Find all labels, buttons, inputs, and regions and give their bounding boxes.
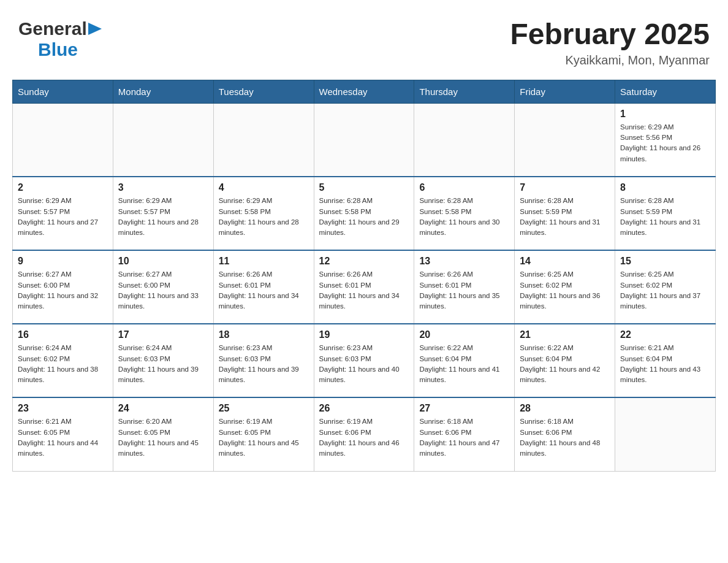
day-info: Sunrise: 6:21 AMSunset: 6:04 PMDaylight:… [620, 343, 710, 385]
day-number: 12 [319, 256, 409, 267]
cell-2-0: 9Sunrise: 6:27 AMSunset: 6:00 PMDaylight… [13, 250, 113, 324]
cell-4-2: 25Sunrise: 6:19 AMSunset: 6:05 PMDayligh… [213, 397, 314, 471]
day-number: 6 [419, 182, 509, 193]
day-number: 25 [219, 403, 309, 414]
week-row-1: 2Sunrise: 6:29 AMSunset: 5:57 PMDaylight… [13, 177, 716, 250]
col-friday: Friday [515, 80, 615, 103]
day-info: Sunrise: 6:29 AMSunset: 5:57 PMDaylight:… [118, 196, 208, 238]
cell-3-4: 20Sunrise: 6:22 AMSunset: 6:04 PMDayligh… [414, 324, 515, 397]
day-info: Sunrise: 6:27 AMSunset: 6:00 PMDaylight:… [18, 269, 108, 312]
day-info: Sunrise: 6:26 AMSunset: 6:01 PMDaylight:… [219, 269, 309, 312]
day-number: 4 [219, 182, 309, 193]
day-info: Sunrise: 6:20 AMSunset: 6:05 PMDaylight:… [118, 416, 208, 459]
cell-4-1: 24Sunrise: 6:20 AMSunset: 6:05 PMDayligh… [113, 397, 213, 471]
cell-1-1: 3Sunrise: 6:29 AMSunset: 5:57 PMDaylight… [113, 177, 213, 250]
cell-0-1 [113, 103, 213, 177]
day-number: 11 [219, 256, 309, 267]
cell-1-0: 2Sunrise: 6:29 AMSunset: 5:57 PMDaylight… [13, 177, 113, 250]
cell-3-0: 16Sunrise: 6:24 AMSunset: 6:02 PMDayligh… [13, 324, 113, 397]
logo-general-text: General [18, 18, 87, 39]
cell-2-3: 12Sunrise: 6:26 AMSunset: 6:01 PMDayligh… [314, 250, 414, 324]
cell-3-3: 19Sunrise: 6:23 AMSunset: 6:03 PMDayligh… [314, 324, 414, 397]
cell-0-0 [13, 103, 113, 177]
day-info: Sunrise: 6:19 AMSunset: 6:06 PMDaylight:… [319, 416, 409, 459]
cell-3-5: 21Sunrise: 6:22 AMSunset: 6:04 PMDayligh… [515, 324, 615, 397]
calendar-table: Sunday Monday Tuesday Wednesday Thursday… [12, 80, 716, 472]
cell-4-4: 27Sunrise: 6:18 AMSunset: 6:06 PMDayligh… [414, 397, 515, 471]
day-number: 8 [620, 182, 710, 193]
col-saturday: Saturday [615, 80, 716, 103]
day-number: 10 [118, 256, 208, 267]
logo-blue-text: Blue [38, 39, 78, 60]
day-info: Sunrise: 6:25 AMSunset: 6:02 PMDaylight:… [620, 269, 710, 312]
day-number: 20 [419, 329, 509, 340]
day-number: 5 [319, 182, 409, 193]
day-number: 19 [319, 329, 409, 340]
cell-2-1: 10Sunrise: 6:27 AMSunset: 6:00 PMDayligh… [113, 250, 213, 324]
col-tuesday: Tuesday [213, 80, 314, 103]
cell-0-6: 1Sunrise: 6:29 AMSunset: 5:56 PMDaylight… [615, 103, 716, 177]
day-info: Sunrise: 6:29 AMSunset: 5:58 PMDaylight:… [219, 196, 309, 238]
cell-0-2 [213, 103, 314, 177]
col-sunday: Sunday [13, 80, 113, 103]
day-info: Sunrise: 6:22 AMSunset: 6:04 PMDaylight:… [419, 343, 509, 385]
cell-4-6 [615, 397, 716, 471]
day-number: 13 [419, 256, 509, 267]
day-number: 24 [118, 403, 208, 414]
logo: General Blue [18, 18, 102, 60]
day-info: Sunrise: 6:23 AMSunset: 6:03 PMDaylight:… [219, 343, 309, 385]
cell-3-1: 17Sunrise: 6:24 AMSunset: 6:03 PMDayligh… [113, 324, 213, 397]
page-header: General Blue February 2025 Kyaikkami, Mo… [12, 12, 716, 67]
col-wednesday: Wednesday [314, 80, 414, 103]
day-number: 3 [118, 182, 208, 193]
day-number: 15 [620, 256, 710, 267]
day-info: Sunrise: 6:28 AMSunset: 5:58 PMDaylight:… [319, 196, 409, 238]
cell-2-6: 15Sunrise: 6:25 AMSunset: 6:02 PMDayligh… [615, 250, 716, 324]
day-info: Sunrise: 6:24 AMSunset: 6:02 PMDaylight:… [18, 343, 108, 385]
cell-2-5: 14Sunrise: 6:25 AMSunset: 6:02 PMDayligh… [515, 250, 615, 324]
cell-1-5: 7Sunrise: 6:28 AMSunset: 5:59 PMDaylight… [515, 177, 615, 250]
cell-4-5: 28Sunrise: 6:18 AMSunset: 6:06 PMDayligh… [515, 397, 615, 471]
day-number: 23 [18, 403, 108, 414]
day-number: 26 [319, 403, 409, 414]
week-row-4: 23Sunrise: 6:21 AMSunset: 6:05 PMDayligh… [13, 397, 716, 471]
day-info: Sunrise: 6:28 AMSunset: 5:59 PMDaylight:… [620, 196, 710, 238]
day-info: Sunrise: 6:25 AMSunset: 6:02 PMDaylight:… [520, 269, 610, 312]
day-number: 27 [419, 403, 509, 414]
calendar-title: February 2025 [510, 18, 710, 51]
col-monday: Monday [113, 80, 213, 103]
cell-1-2: 4Sunrise: 6:29 AMSunset: 5:58 PMDaylight… [213, 177, 314, 250]
day-number: 7 [520, 182, 610, 193]
day-number: 2 [18, 182, 108, 193]
cell-4-3: 26Sunrise: 6:19 AMSunset: 6:06 PMDayligh… [314, 397, 414, 471]
day-info: Sunrise: 6:18 AMSunset: 6:06 PMDaylight:… [419, 416, 509, 459]
day-info: Sunrise: 6:18 AMSunset: 6:06 PMDaylight:… [520, 416, 610, 459]
cell-3-2: 18Sunrise: 6:23 AMSunset: 6:03 PMDayligh… [213, 324, 314, 397]
week-row-2: 9Sunrise: 6:27 AMSunset: 6:00 PMDaylight… [13, 250, 716, 324]
logo-triangle-icon [88, 23, 102, 35]
day-number: 16 [18, 329, 108, 340]
day-info: Sunrise: 6:24 AMSunset: 6:03 PMDaylight:… [118, 343, 208, 385]
week-row-3: 16Sunrise: 6:24 AMSunset: 6:02 PMDayligh… [13, 324, 716, 397]
day-info: Sunrise: 6:21 AMSunset: 6:05 PMDaylight:… [18, 416, 108, 459]
calendar-header-row: Sunday Monday Tuesday Wednesday Thursday… [13, 80, 716, 103]
cell-1-3: 5Sunrise: 6:28 AMSunset: 5:58 PMDaylight… [314, 177, 414, 250]
day-number: 28 [520, 403, 610, 414]
title-section: February 2025 Kyaikkami, Mon, Myanmar [510, 18, 710, 67]
col-thursday: Thursday [414, 80, 515, 103]
day-info: Sunrise: 6:19 AMSunset: 6:05 PMDaylight:… [219, 416, 309, 459]
cell-0-5 [515, 103, 615, 177]
cell-3-6: 22Sunrise: 6:21 AMSunset: 6:04 PMDayligh… [615, 324, 716, 397]
day-number: 14 [520, 256, 610, 267]
day-info: Sunrise: 6:23 AMSunset: 6:03 PMDaylight:… [319, 343, 409, 385]
day-info: Sunrise: 6:22 AMSunset: 6:04 PMDaylight:… [520, 343, 610, 385]
cell-2-2: 11Sunrise: 6:26 AMSunset: 6:01 PMDayligh… [213, 250, 314, 324]
cell-0-4 [414, 103, 515, 177]
day-info: Sunrise: 6:26 AMSunset: 6:01 PMDaylight:… [319, 269, 409, 312]
calendar-subtitle: Kyaikkami, Mon, Myanmar [510, 53, 710, 67]
day-info: Sunrise: 6:29 AMSunset: 5:57 PMDaylight:… [18, 196, 108, 238]
day-number: 21 [520, 329, 610, 340]
day-info: Sunrise: 6:28 AMSunset: 5:58 PMDaylight:… [419, 196, 509, 238]
day-number: 17 [118, 329, 208, 340]
day-info: Sunrise: 6:27 AMSunset: 6:00 PMDaylight:… [118, 269, 208, 312]
